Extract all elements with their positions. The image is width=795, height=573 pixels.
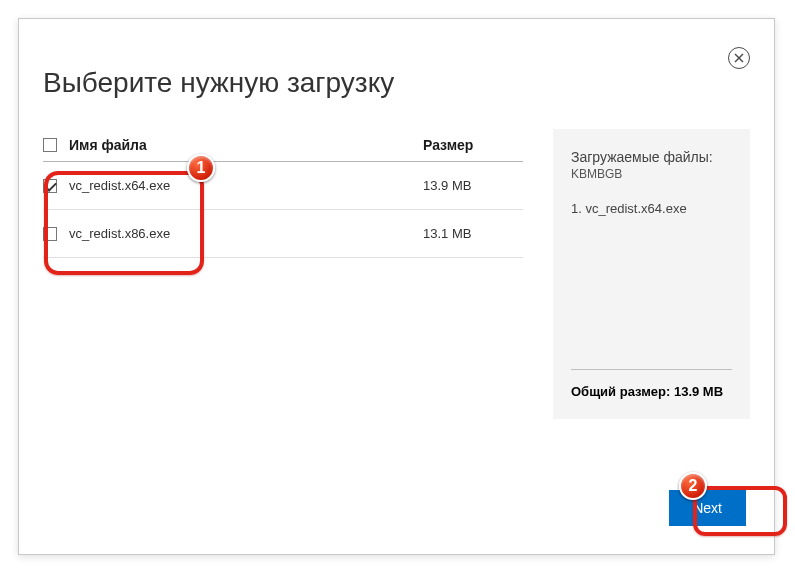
file-checkbox[interactable] bbox=[43, 227, 57, 241]
sidebar-title: Загружаемые файлы: bbox=[571, 149, 732, 165]
dialog-footer: Next bbox=[669, 490, 746, 526]
sidebar-spacer bbox=[571, 220, 732, 369]
sidebar-total: Общий размер: 13.9 MB bbox=[571, 369, 732, 399]
summary-sidebar: Загружаемые файлы: KBMBGB 1. vc_redist.x… bbox=[553, 129, 750, 419]
sidebar-file-item: 1. vc_redist.x64.exe bbox=[571, 201, 732, 216]
close-button[interactable] bbox=[728, 47, 750, 69]
sidebar-units: KBMBGB bbox=[571, 167, 732, 181]
file-name-cell: vc_redist.x64.exe bbox=[43, 178, 423, 193]
column-header-name: Имя файла bbox=[43, 137, 423, 153]
file-checkbox[interactable] bbox=[43, 179, 57, 193]
file-row[interactable]: vc_redist.x86.exe 13.1 MB bbox=[43, 210, 523, 258]
file-name-text: vc_redist.x86.exe bbox=[69, 226, 170, 241]
column-header-size: Размер bbox=[423, 137, 523, 153]
file-name-text: vc_redist.x64.exe bbox=[69, 178, 170, 193]
dialog-content: Имя файла Размер vc_redist.x64.exe 13.9 … bbox=[19, 129, 774, 419]
dialog-title: Выберите нужную загрузку bbox=[19, 19, 774, 129]
total-value: 13.9 MB bbox=[674, 384, 723, 399]
file-name-cell: vc_redist.x86.exe bbox=[43, 226, 423, 241]
total-label: Общий размер: bbox=[571, 384, 670, 399]
select-all-checkbox[interactable] bbox=[43, 138, 57, 152]
download-selection-dialog: Выберите нужную загрузку Имя файла Разме… bbox=[18, 18, 775, 555]
file-size-cell: 13.1 MB bbox=[423, 226, 523, 241]
column-name-label: Имя файла bbox=[69, 137, 147, 153]
next-button[interactable]: Next bbox=[669, 490, 746, 526]
file-list: Имя файла Размер vc_redist.x64.exe 13.9 … bbox=[43, 129, 523, 419]
file-size-cell: 13.9 MB bbox=[423, 178, 523, 193]
file-row[interactable]: vc_redist.x64.exe 13.9 MB bbox=[43, 162, 523, 210]
file-list-header: Имя файла Размер bbox=[43, 129, 523, 162]
close-icon bbox=[734, 53, 744, 63]
